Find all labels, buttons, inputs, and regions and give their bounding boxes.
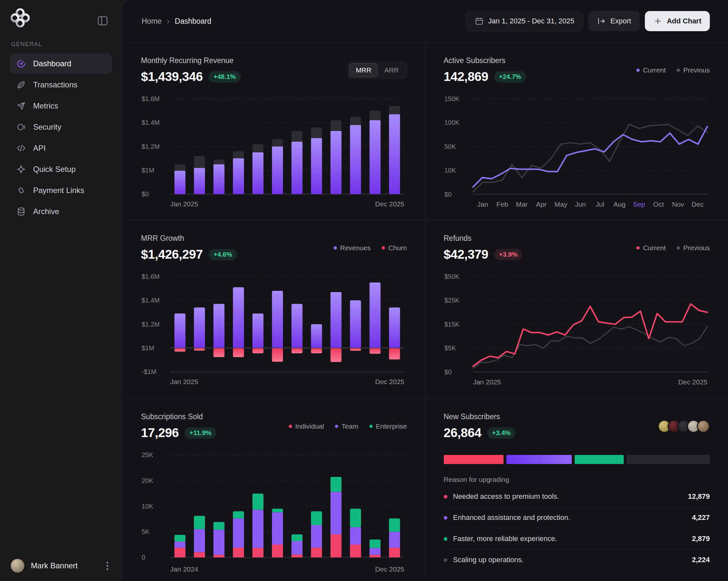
svg-text:5K: 5K <box>141 528 150 535</box>
reason-row: Needed access to premium tools.12,879 <box>444 486 710 507</box>
sidebar-collapse-icon[interactable] <box>97 16 108 25</box>
svg-text:$1.2M: $1.2M <box>141 143 159 150</box>
svg-text:10K: 10K <box>444 167 456 174</box>
svg-text:20K: 20K <box>141 477 153 484</box>
svg-text:Jul: Jul <box>595 201 604 208</box>
delta-badge: +3.9% <box>494 249 522 260</box>
database-icon <box>16 207 26 217</box>
svg-text:Dec 2025: Dec 2025 <box>375 565 405 573</box>
reason-list: Needed access to premium tools.12,879Enh… <box>444 486 710 570</box>
legend-item: Previous <box>677 244 710 252</box>
reason-row: Enhanced assistance and protection.4,227 <box>444 507 710 528</box>
sidebar-item-payment-links[interactable]: Payment Links <box>10 180 112 201</box>
svg-text:$0: $0 <box>444 191 451 198</box>
user-menu-kebab-icon[interactable] <box>105 560 110 572</box>
card-title: New Subscribers <box>444 412 516 421</box>
chart-legend: CurrentPrevious <box>636 244 710 252</box>
svg-text:Jan 2025: Jan 2025 <box>170 378 198 385</box>
sparkle-icon <box>16 165 26 174</box>
main-panel: Home › Dashboard Jan 1, 2025 - Dec 31, 2… <box>123 0 728 581</box>
user-avatar <box>11 559 24 573</box>
sidebar-item-dashboard[interactable]: Dashboard <box>10 54 112 74</box>
progress-segment <box>506 455 572 464</box>
sidebar-item-security[interactable]: Security <box>10 117 112 137</box>
svg-text:Jan 2025: Jan 2025 <box>473 378 501 386</box>
card-value: $1,439,346 <box>141 70 203 84</box>
sidebar-item-label: Payment Links <box>33 186 84 195</box>
svg-text:$15K: $15K <box>444 321 460 328</box>
active-subscribers-line-chart: $010K50K100K150KJanFebMarAprMayJunJulAug… <box>444 90 710 210</box>
add-chart-label: Add Chart <box>667 17 701 25</box>
svg-text:$5K: $5K <box>444 345 456 352</box>
progress-segment <box>575 455 624 464</box>
svg-text:100K: 100K <box>444 119 460 126</box>
reason-row: Faster, more reliable experience.2,879 <box>444 528 710 550</box>
export-button[interactable]: Export <box>588 11 640 31</box>
svg-text:Oct: Oct <box>653 201 664 208</box>
user-name: Mark Bannert <box>31 561 98 570</box>
date-range-button[interactable]: Jan 1, 2025 - Dec 31, 2025 <box>466 11 583 31</box>
card-refunds: Refunds $42,379 +3.9% CurrentPrevious $0… <box>425 220 728 398</box>
plus-icon <box>653 17 662 26</box>
card-value: $42,379 <box>444 247 488 261</box>
toggle-option-mrr[interactable]: MRR <box>349 64 378 77</box>
svg-text:0: 0 <box>141 554 145 561</box>
sidebar-item-archive[interactable]: Archive <box>10 201 112 222</box>
sidebar-item-label: Security <box>33 123 61 132</box>
delta-badge: +4.6% <box>209 249 237 260</box>
reason-row: Scaling up operations.2,224 <box>444 550 710 570</box>
delta-badge: +3.4% <box>487 427 516 439</box>
user-profile[interactable]: Mark Bannert <box>11 559 110 573</box>
svg-text:Jan 2024: Jan 2024 <box>170 565 199 573</box>
svg-text:$0: $0 <box>444 369 451 376</box>
legend-item: Enterprise <box>369 423 407 430</box>
send-icon <box>16 101 26 111</box>
breadcrumb-chevron-icon: › <box>167 17 170 25</box>
sidebar: GENERAL DashboardTransactionsMetricsSecu… <box>0 0 123 581</box>
svg-text:Dec: Dec <box>691 201 703 208</box>
svg-text:50K: 50K <box>444 143 456 150</box>
card-value: 17,296 <box>141 426 179 440</box>
card-value: $1,426,297 <box>141 247 203 261</box>
sidebar-nav: DashboardTransactionsMetricsSecurityAPIQ… <box>10 54 112 222</box>
sidebar-item-label: Transactions <box>33 80 78 90</box>
progress-segment <box>627 455 710 464</box>
legend-item: Team <box>335 423 358 430</box>
sidebar-item-metrics[interactable]: Metrics <box>10 96 112 116</box>
face-icon <box>16 122 26 132</box>
card-monthly-recurring-revenue: Monthly Recurring Revenue $1,439,346 +48… <box>123 43 425 220</box>
svg-text:Aug: Aug <box>613 201 625 208</box>
toggle-option-arr[interactable]: ARR <box>378 64 405 77</box>
chart-legend: IndividualTeamEnterprise <box>289 423 407 430</box>
breadcrumb-home[interactable]: Home <box>141 17 161 26</box>
sidebar-item-api[interactable]: API <box>10 138 112 158</box>
link-icon <box>16 185 26 195</box>
svg-text:$1.2M: $1.2M <box>141 321 159 328</box>
sidebar-section-label: GENERAL <box>11 41 43 48</box>
legend-item: Revenues <box>334 244 371 252</box>
legend-item: Current <box>636 244 666 252</box>
export-icon <box>597 17 606 26</box>
breadcrumb: Home › Dashboard <box>141 17 211 26</box>
svg-text:Jan: Jan <box>477 201 488 208</box>
delta-badge: +11.9% <box>184 427 216 439</box>
sidebar-item-transactions[interactable]: Transactions <box>10 75 112 95</box>
breadcrumb-current: Dashboard <box>175 17 211 26</box>
mrr-growth-bar-chart: -$1M$1M$1.2M$1.4M$1.6MJan 2025Dec 2025 <box>141 268 407 388</box>
progress-segment <box>444 455 503 464</box>
calendar-icon <box>475 17 484 26</box>
svg-text:Mar: Mar <box>516 201 527 208</box>
svg-text:150K: 150K <box>444 95 460 102</box>
card-title: Monthly Recurring Revenue <box>141 56 241 65</box>
svg-text:10K: 10K <box>141 503 153 510</box>
gauge-icon <box>16 59 26 69</box>
sidebar-item-label: API <box>33 144 46 153</box>
card-title: Refunds <box>444 234 523 243</box>
add-chart-button[interactable]: Add Chart <box>645 11 710 31</box>
card-title: MRR Growth <box>141 234 237 243</box>
svg-text:$50K: $50K <box>444 273 460 280</box>
refunds-line-chart: $0$5K$15K$25K$50KJan 2025Dec 2025 <box>444 268 710 388</box>
sidebar-item-quick-setup[interactable]: Quick Setup <box>10 159 112 179</box>
dashboard-grid: Monthly Recurring Revenue $1,439,346 +48… <box>123 43 728 581</box>
svg-text:-$1M: -$1M <box>141 368 156 375</box>
